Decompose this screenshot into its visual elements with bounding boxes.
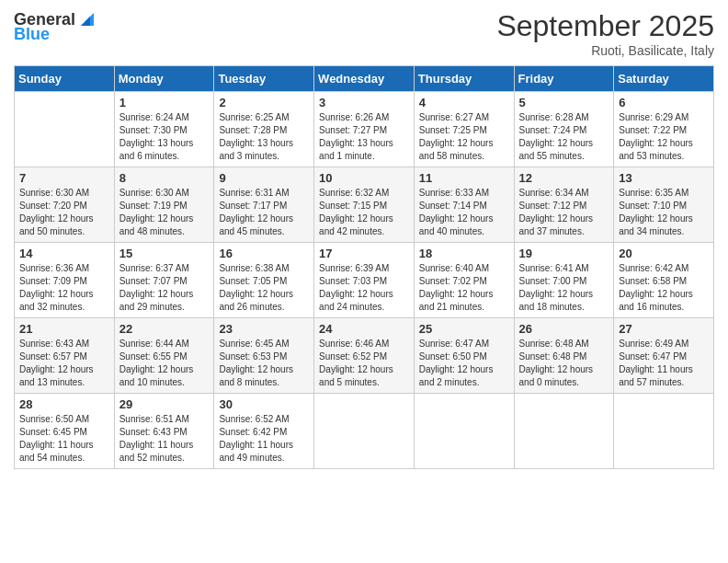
day-number: 1 <box>119 96 210 109</box>
day-detail-line: Daylight: 12 hours <box>119 289 194 299</box>
day-detail-line: Sunset: 7:24 PM <box>519 125 587 135</box>
day-detail-line: Sunset: 6:52 PM <box>319 351 387 362</box>
day-detail-line: Sunset: 7:02 PM <box>419 276 487 286</box>
day-detail-line: and 5 minutes. <box>319 377 380 387</box>
calendar-body: 1Sunrise: 6:24 AMSunset: 7:30 PMDaylight… <box>15 92 714 469</box>
day-detail-line: Sunset: 7:14 PM <box>419 201 487 211</box>
month-title: September 2025 <box>496 9 714 43</box>
day-detail-line: Daylight: 12 hours <box>519 138 594 148</box>
calendar-cell: 26Sunrise: 6:48 AMSunset: 6:48 PMDayligh… <box>514 318 614 394</box>
day-detail-line: and 49 minutes. <box>219 453 284 463</box>
day-header-sunday: Sunday <box>15 66 115 92</box>
day-number: 7 <box>19 171 109 185</box>
day-header-tuesday: Tuesday <box>214 66 314 92</box>
day-detail-line: Sunrise: 6:30 AM <box>19 188 89 198</box>
calendar-week-row: 28Sunrise: 6:50 AMSunset: 6:45 PMDayligh… <box>15 394 714 469</box>
day-detail-line: Daylight: 12 hours <box>519 289 594 299</box>
day-details: Sunrise: 6:42 AMSunset: 6:58 PMDaylight:… <box>619 262 709 314</box>
day-details: Sunrise: 6:47 AMSunset: 6:50 PMDaylight:… <box>419 338 509 389</box>
day-detail-line: Sunrise: 6:47 AM <box>419 339 489 349</box>
day-header-thursday: Thursday <box>414 66 514 92</box>
day-details: Sunrise: 6:25 AMSunset: 7:28 PMDaylight:… <box>219 111 309 163</box>
day-detail-line: Daylight: 13 hours <box>219 138 293 148</box>
day-detail-line: and 13 minutes. <box>19 377 85 387</box>
calendar-cell <box>15 92 115 167</box>
day-detail-line: Sunset: 7:27 PM <box>319 125 387 135</box>
day-details: Sunrise: 6:49 AMSunset: 6:47 PMDaylight:… <box>619 338 709 389</box>
day-detail-line: Sunrise: 6:39 AM <box>319 263 389 273</box>
day-detail-line: Sunrise: 6:52 AM <box>219 414 289 424</box>
day-details: Sunrise: 6:30 AMSunset: 7:20 PMDaylight:… <box>19 187 109 238</box>
day-detail-line: and 16 minutes. <box>619 302 684 312</box>
day-detail-line: Sunset: 6:55 PM <box>119 351 188 362</box>
day-number: 25 <box>419 322 509 336</box>
calendar-cell: 8Sunrise: 6:30 AMSunset: 7:19 PMDaylight… <box>114 167 214 243</box>
day-detail-line: Sunrise: 6:41 AM <box>519 263 589 273</box>
day-detail-line: Sunset: 7:03 PM <box>319 276 387 286</box>
day-detail-line: Daylight: 12 hours <box>619 213 693 224</box>
day-detail-line: and 1 minute. <box>319 151 375 161</box>
calendar-week-row: 7Sunrise: 6:30 AMSunset: 7:20 PMDaylight… <box>15 167 714 243</box>
day-details: Sunrise: 6:31 AMSunset: 7:17 PMDaylight:… <box>219 187 309 238</box>
calendar-cell: 23Sunrise: 6:45 AMSunset: 6:53 PMDayligh… <box>214 318 314 394</box>
day-detail-line: Sunrise: 6:48 AM <box>519 339 589 349</box>
day-detail-line: Sunrise: 6:49 AM <box>619 339 688 349</box>
day-detail-line: Sunrise: 6:38 AM <box>219 263 289 273</box>
day-detail-line: and 21 minutes. <box>419 302 484 312</box>
day-detail-line: Sunrise: 6:24 AM <box>119 112 189 122</box>
day-detail-line: Daylight: 13 hours <box>119 138 194 148</box>
day-detail-line: Sunrise: 6:28 AM <box>519 112 589 122</box>
day-detail-line: Daylight: 11 hours <box>619 364 693 374</box>
day-detail-line: Sunset: 6:53 PM <box>219 351 287 362</box>
day-detail-line: Sunrise: 6:40 AM <box>419 263 489 273</box>
calendar-cell: 6Sunrise: 6:29 AMSunset: 7:22 PMDaylight… <box>614 92 714 167</box>
day-detail-line: Sunset: 6:43 PM <box>119 427 188 437</box>
day-detail-line: Sunrise: 6:44 AM <box>119 339 189 349</box>
calendar-cell: 9Sunrise: 6:31 AMSunset: 7:17 PMDaylight… <box>214 167 314 243</box>
day-header-wednesday: Wednesday <box>314 66 415 92</box>
day-detail-line: Sunrise: 6:43 AM <box>19 339 89 349</box>
day-detail-line: Sunset: 7:17 PM <box>219 201 287 211</box>
day-detail-line: and 50 minutes. <box>19 226 85 236</box>
day-number: 26 <box>519 322 609 336</box>
day-number: 28 <box>19 397 109 411</box>
day-detail-line: Daylight: 11 hours <box>19 440 94 450</box>
day-details: Sunrise: 6:37 AMSunset: 7:07 PMDaylight:… <box>119 262 210 314</box>
day-detail-line: Sunset: 6:57 PM <box>19 351 87 362</box>
calendar-cell: 13Sunrise: 6:35 AMSunset: 7:10 PMDayligh… <box>614 167 714 243</box>
day-detail-line: Daylight: 12 hours <box>119 213 194 224</box>
day-number: 30 <box>219 397 309 411</box>
calendar-cell: 7Sunrise: 6:30 AMSunset: 7:20 PMDaylight… <box>15 167 115 243</box>
day-detail-line: Sunset: 7:30 PM <box>119 125 188 135</box>
day-detail-line: Sunrise: 6:51 AM <box>119 414 189 424</box>
day-detail-line: Daylight: 12 hours <box>419 138 494 148</box>
day-detail-line: Daylight: 11 hours <box>119 440 194 450</box>
calendar-cell: 14Sunrise: 6:36 AMSunset: 7:09 PMDayligh… <box>15 243 115 318</box>
day-detail-line: Sunset: 7:07 PM <box>119 276 188 286</box>
day-detail-line: and 54 minutes. <box>19 453 85 463</box>
calendar-cell: 22Sunrise: 6:44 AMSunset: 6:55 PMDayligh… <box>114 318 214 394</box>
day-number: 18 <box>419 247 509 260</box>
day-detail-line: Sunset: 6:50 PM <box>419 351 487 362</box>
day-number: 19 <box>519 247 609 260</box>
calendar-cell <box>314 394 415 469</box>
day-details: Sunrise: 6:41 AMSunset: 7:00 PMDaylight:… <box>519 262 609 314</box>
day-number: 15 <box>119 247 210 260</box>
day-detail-line: Daylight: 12 hours <box>319 364 393 374</box>
day-detail-line: Sunrise: 6:45 AM <box>219 339 289 349</box>
calendar-table: SundayMondayTuesdayWednesdayThursdayFrid… <box>14 65 714 469</box>
day-detail-line: Daylight: 12 hours <box>519 364 594 374</box>
day-details: Sunrise: 6:45 AMSunset: 6:53 PMDaylight:… <box>219 338 309 389</box>
day-detail-line: and 3 minutes. <box>219 151 279 161</box>
calendar-cell: 28Sunrise: 6:50 AMSunset: 6:45 PMDayligh… <box>15 394 115 469</box>
day-header-friday: Friday <box>514 66 614 92</box>
day-detail-line: and 52 minutes. <box>119 453 185 463</box>
day-details: Sunrise: 6:48 AMSunset: 6:48 PMDaylight:… <box>519 338 609 389</box>
day-detail-line: and 58 minutes. <box>419 151 484 161</box>
calendar-cell: 1Sunrise: 6:24 AMSunset: 7:30 PMDaylight… <box>114 92 214 167</box>
calendar-cell: 10Sunrise: 6:32 AMSunset: 7:15 PMDayligh… <box>314 167 415 243</box>
day-header-monday: Monday <box>114 66 214 92</box>
day-detail-line: Sunrise: 6:35 AM <box>619 188 688 198</box>
day-number: 8 <box>119 171 210 185</box>
page-header: General Blue September 2025 Ruoti, Basil… <box>14 9 714 58</box>
